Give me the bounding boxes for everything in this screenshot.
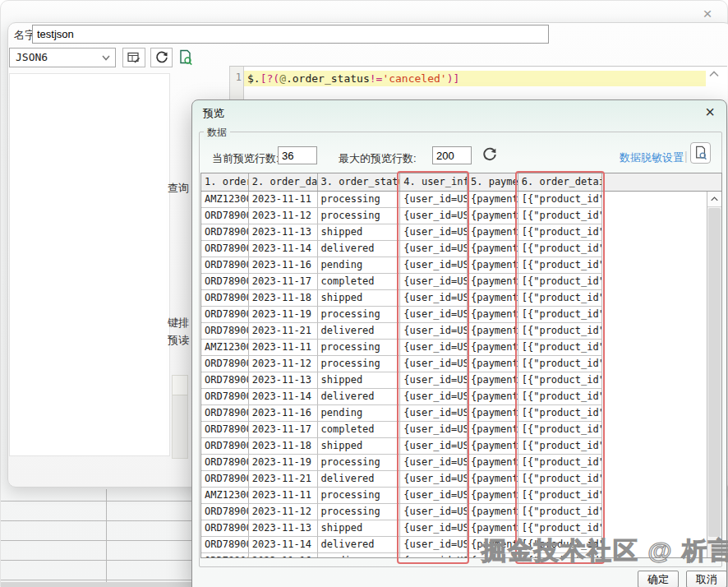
table-row[interactable]: ORD7890072023-11-18 18...shipped{user_id… <box>201 290 707 307</box>
table-header-cell[interactable]: 6. order_details(?) <box>518 173 603 191</box>
cancel-button[interactable]: 取消 <box>686 571 727 587</box>
table-cell: shipped <box>318 372 401 389</box>
table-row[interactable]: ORD7890062023-11-17 18...completed{user_… <box>201 422 707 438</box>
table-cell: {user_id=USR0... <box>400 488 468 504</box>
preview-refresh-button[interactable] <box>480 146 500 165</box>
table-cell: [{"product_id":"... <box>518 471 603 488</box>
table-row[interactable]: ORD7890092023-11-21 18...delivered{user_… <box>201 323 707 340</box>
editor-scroll-up-icon[interactable] <box>709 71 719 77</box>
table-row[interactable]: AMZ1230012023-11-11 18...processing{user… <box>201 192 707 208</box>
table-row[interactable]: AMZ1230012023-11-11 18...processing{user… <box>201 340 707 356</box>
max-rows-label: 最大的预览行数: <box>339 151 417 166</box>
name-input[interactable] <box>32 25 549 44</box>
table-row[interactable]: ORD7890012023-11-12 18...processing{user… <box>201 504 707 520</box>
table-cell: 2023-11-13 18... <box>249 372 318 389</box>
max-rows-input[interactable] <box>432 146 472 164</box>
table-row[interactable]: ORD7890012023-11-12 18...processing{user… <box>201 356 707 372</box>
table-cell: [{"product_id":"... <box>518 372 603 389</box>
table-header-cell[interactable] <box>602 173 721 191</box>
code-token: $. <box>247 72 260 85</box>
table-cell-filler <box>602 241 707 257</box>
refresh-button[interactable] <box>150 48 173 67</box>
table-cell: delivered <box>318 471 401 488</box>
table-cell: {payment_... <box>468 372 518 389</box>
table-row[interactable]: ORD7890082023-11-19 18...processing{user… <box>201 307 707 323</box>
table-row[interactable]: ORD7890052023-11-16 18...pending{user_id… <box>201 405 707 422</box>
table-header-cell[interactable]: 1. order_... <box>201 173 249 191</box>
table-cell: 2023-11-12 18... <box>249 356 318 372</box>
table-cell: {payment_... <box>468 405 518 422</box>
table-row[interactable]: AMZ1230012023-11-11 18...processing{user… <box>201 488 707 504</box>
table-row[interactable]: ORD7890032023-11-14 18...delivered{user_… <box>201 241 707 257</box>
table-cell: 2023-11-16 18... <box>249 405 318 422</box>
type-select[interactable]: JSON6 <box>9 48 116 67</box>
table-cell: [{"product_id":"... <box>518 389 603 405</box>
table-scrollbar[interactable] <box>707 192 721 557</box>
table-cell-filler <box>602 520 707 537</box>
table-cell: [{"product_id":"... <box>518 553 603 557</box>
scroll-up-icon[interactable] <box>707 192 721 207</box>
table-cell: shipped <box>318 224 401 241</box>
window-close-icon[interactable]: × <box>698 4 717 24</box>
side-scrollbar[interactable] <box>172 375 188 459</box>
preview-table: 1. order_...2. order_date...3. order_sta… <box>200 173 722 558</box>
result-list-panel[interactable] <box>9 73 170 456</box>
ok-button[interactable]: 确定 <box>638 571 679 587</box>
table-row[interactable]: ORD7890032023-11-14 18...delivered{user_… <box>201 537 707 553</box>
outer-window: × 名字: JSON6 查询 键排 预读 <box>0 0 728 587</box>
table-header-cell[interactable]: 2. order_date... <box>249 173 318 191</box>
table-header-cell[interactable]: 3. order_status... <box>318 173 401 191</box>
table-cell-filler <box>602 192 707 208</box>
table-cell: shipped <box>318 290 401 307</box>
table-row[interactable]: ORD7890022023-11-13 18...shipped{user_id… <box>201 520 707 537</box>
table-edit-icon <box>127 52 141 63</box>
table-cell: ORD789009 <box>201 323 249 340</box>
table-cell-filler <box>602 290 707 307</box>
table-header-cell[interactable]: 4. user_info(?) <box>400 173 468 191</box>
scrollbar-thumb[interactable] <box>708 208 721 537</box>
table-cell: {user_id=USR0... <box>400 389 468 405</box>
table-row[interactable]: ORD7890032023-11-14 18...delivered{user_… <box>201 389 707 405</box>
table-cell: 2023-11-11 18... <box>249 488 318 504</box>
table-row[interactable]: ORD7890022023-11-13 18...shipped{user_id… <box>201 372 707 389</box>
dialog-close-icon[interactable]: × <box>700 102 720 122</box>
table-cell: ORD789001 <box>201 504 249 520</box>
data-masking-settings-link[interactable]: 数据脱敏设置 <box>620 150 684 165</box>
table-cell-filler <box>602 224 707 241</box>
current-rows-input[interactable] <box>278 146 317 164</box>
table-cell: {payment_... <box>468 241 518 257</box>
table-row[interactable]: ORD7890022023-11-13 18...shipped{user_id… <box>201 224 707 241</box>
table-cell: {payment_... <box>468 257 518 274</box>
table-row[interactable]: ORD7890062023-11-17 18...completed{user_… <box>201 274 707 290</box>
table-cell: {payment_... <box>468 307 518 323</box>
edit-view-button[interactable] <box>122 48 145 67</box>
table-cell: {payment_... <box>468 208 518 224</box>
table-cell: 2023-11-17 18... <box>249 422 318 438</box>
table-row[interactable]: ORD7890012023-11-12 18...processing{user… <box>201 208 707 224</box>
table-cell: processing <box>318 488 401 504</box>
background-grid <box>1 489 196 582</box>
table-cell: {user_id=USR0... <box>400 372 468 389</box>
code-editor[interactable]: 1 $.[?(@.order_status!='canceled')] <box>229 66 727 99</box>
doc-search-button[interactable] <box>177 49 195 67</box>
table-header-cell[interactable]: 5. paymen... <box>468 173 518 191</box>
table-cell-filler <box>602 504 707 520</box>
table-row[interactable]: ORD7890072023-11-18 18...shipped{user_id… <box>201 438 707 455</box>
table-cell: {user_id=USR0... <box>400 520 468 537</box>
table-row[interactable]: ORD7890092023-11-21 18...delivered{user_… <box>201 471 707 488</box>
preview-doc-search-button[interactable] <box>690 142 711 164</box>
table-row[interactable]: ORD7890052023-11-16 18...pending{user_id… <box>201 257 707 274</box>
table-cell-filler <box>602 553 707 557</box>
table-cell: {payment_... <box>468 274 518 290</box>
table-cell: {user_id=USR0... <box>400 356 468 372</box>
table-cell: 2023-11-14 18... <box>249 389 318 405</box>
table-row[interactable]: ORD7890082023-11-19 18...processing{user… <box>201 455 707 471</box>
table-cell-filler <box>602 340 707 356</box>
table-cell: [{"product_id":"... <box>518 208 603 224</box>
table-cell: {payment_... <box>468 438 518 455</box>
table-cell: delivered <box>318 537 401 553</box>
table-row[interactable]: ORD7890052023-11-16 18...pending{user_id… <box>201 553 707 557</box>
table-cell: 2023-11-18 18... <box>249 438 318 455</box>
table-cell: {user_id=USR0... <box>400 340 468 356</box>
table-cell: {payment_... <box>468 422 518 438</box>
